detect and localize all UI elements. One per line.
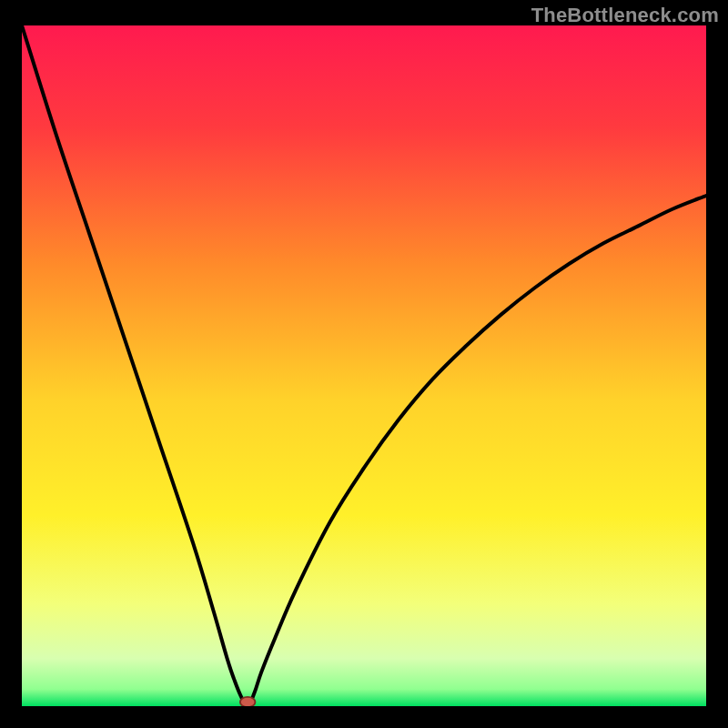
chart-frame: TheBottleneck.com	[0, 0, 728, 728]
watermark-text: TheBottleneck.com	[531, 4, 719, 27]
gradient-background	[22, 25, 706, 706]
optimal-point-marker	[240, 697, 256, 706]
plot-svg	[22, 25, 706, 706]
bottleneck-plot	[22, 25, 706, 706]
